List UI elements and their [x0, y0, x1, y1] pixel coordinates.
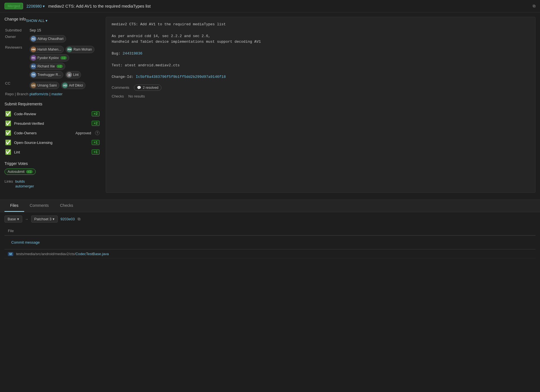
tab-checks[interactable]: Checks [54, 200, 79, 212]
submit-requirements-section: Submit Requirements ✅ Code-Review +2 ✅ P… [4, 102, 100, 157]
commit-message-body: mediav2 CTS: Add AV1 to the required med… [112, 22, 530, 80]
req-item-lint: ✅ Lint +1 [4, 147, 100, 157]
file-name-link-0[interactable]: CodecTestBase.java [75, 252, 109, 256]
submitted-row: Submitted Sep 15 [4, 27, 100, 33]
file-path-prefix-0: tests/media/src/android/mediav2/cts/Code… [16, 252, 109, 256]
cc-avatar-arif: AD [62, 83, 68, 88]
reviewer-chip-treehugger[interactable]: TR Treehugger R... [30, 71, 64, 78]
link-automerger[interactable]: automerger [15, 184, 34, 188]
show-all-button[interactable]: SHOW ALL ▾ [26, 19, 48, 23]
checks-label: Checks [112, 94, 124, 98]
cc-name-arif: Arif Dikici [69, 83, 83, 87]
vote-badge-richard: +2 [57, 65, 63, 68]
resolved-badge[interactable]: 💬 2 resolved [134, 85, 161, 91]
reviewer-chip-fyodor[interactable]: FK Fyodor Kyslov +2 [30, 54, 69, 62]
tab-files[interactable]: Files [4, 200, 24, 212]
req-value-presubmit: +2 [92, 121, 100, 126]
cc-chips: US Umang Saini AD Arif Dikici [29, 80, 100, 91]
cc-chip-arif[interactable]: AD Arif Dikici [61, 82, 86, 89]
check-icon-oss-licensing: ✅ [5, 139, 11, 146]
file-browser: Base ▾ → Patchset 3 ▾ 9203e03 ⧉ File Com… [0, 212, 540, 262]
patchset-dropdown[interactable]: Patchset 3 ▾ [31, 216, 58, 223]
owner-name: Abhay Chaudhari [37, 37, 64, 41]
autosubmit-vote: +1 [26, 170, 33, 173]
reviewer-name-harish: Harish Mahen... [37, 47, 61, 51]
main-content: Change Info SHOW ALL ▾ Submitted Sep 15 … [0, 12, 540, 197]
tab-comments[interactable]: Comments [24, 200, 55, 212]
cc-label: CC [4, 80, 29, 91]
cc-avatar-umang: US [31, 83, 36, 88]
left-panel: Change Info SHOW ALL ▾ Submitted Sep 15 … [4, 17, 100, 193]
reviewer-chip-lint[interactable]: 🤖 Lint [65, 71, 81, 78]
cc-name-umang: Umang Saini [37, 83, 57, 87]
patchset-label: Patchset 3 [34, 217, 51, 221]
vote-badge-fyodor: +2 [60, 56, 67, 60]
trigger-votes-title: Trigger Votes [4, 161, 100, 166]
change-id-commit-link[interactable]: Ic5bf8a4383796f5f9b1ff5dd2b299d97a9146f1… [136, 75, 226, 79]
reviewers-label: Reviewers [4, 44, 29, 80]
submit-requirements-title: Submit Requirements [4, 102, 100, 106]
autosubmit-label: Autosubmit [8, 170, 24, 174]
file-table: File Commit message M tests/media/src/an… [4, 226, 536, 259]
reviewer-name-richard: Richard Xie [37, 64, 55, 68]
check-icon-code-review: ✅ [5, 111, 11, 117]
tabs-bar: Files Comments Checks [0, 200, 540, 212]
reviewer-avatar-ram: RM [67, 47, 72, 52]
branch-link[interactable]: master [51, 92, 63, 96]
help-icon-code-owners[interactable]: ? [95, 131, 100, 135]
change-info-table: Submitted Sep 15 Owner AC Abhay Chaudhar… [4, 27, 100, 97]
base-dropdown[interactable]: Base ▾ [4, 216, 22, 223]
reviewer-chip-richard[interactable]: RX Richard Xie +2 [30, 63, 66, 70]
commit-hash-link[interactable]: 9203e03 [60, 217, 75, 221]
checks-row: Checks No results [112, 94, 530, 98]
reviewer-avatar-fyodor: FK [31, 55, 36, 61]
trigger-votes-section: Trigger Votes Autosubmit +1 [4, 161, 100, 175]
patchset-row: Base ▾ → Patchset 3 ▾ 9203e03 ⧉ [4, 216, 536, 223]
req-value-lint: +1 [92, 149, 100, 155]
bug-link[interactable]: 244319836 [123, 51, 142, 56]
repo-branch-separator: | [50, 92, 51, 96]
owner-label: Owner [4, 33, 29, 44]
req-item-code-review: ✅ Code-Review +2 [4, 109, 100, 119]
repo-link[interactable]: platform/cts [30, 92, 48, 96]
change-id-link[interactable]: 2206980 ▾ [26, 4, 45, 8]
req-item-oss-licensing: ✅ Open-Source-Licensing +1 [4, 138, 100, 147]
req-value-code-review: +2 [92, 111, 100, 116]
repo-branch-value: platform/cts | master [29, 91, 100, 97]
autosubmit-chip: Autosubmit +1 [4, 169, 36, 175]
reviewer-avatar-harish: HM [31, 47, 36, 52]
reviewer-name-ram: Ram Mohan [73, 47, 92, 51]
checks-value: No results [128, 94, 145, 98]
link-builds[interactable]: builds [15, 179, 34, 183]
cc-row: CC US Umang Saini AD Arif Dikici [4, 80, 100, 91]
cc-chip-umang[interactable]: US Umang Saini [30, 82, 59, 89]
file-row-0[interactable]: M tests/media/src/android/mediav2/cts/Co… [4, 250, 536, 259]
owner-row: Owner AC Abhay Chaudhari [4, 33, 100, 44]
change-info-section: Change Info SHOW ALL ▾ Submitted Sep 15 … [4, 17, 100, 97]
commit-message-link[interactable]: Commit message [8, 238, 43, 247]
owner-chip[interactable]: AC Abhay Chaudhari [30, 35, 66, 42]
reviewer-name-lint: Lint [73, 73, 78, 77]
check-icon-presubmit: ✅ [5, 120, 11, 126]
check-icon-code-owners: ✅ [5, 130, 11, 136]
reviewer-avatar-treehugger: TR [31, 72, 36, 78]
submitted-label: Submitted [4, 27, 29, 33]
reviewer-avatar-lint: 🤖 [66, 72, 72, 78]
change-info-title: Change Info [4, 17, 26, 21]
owner-value: AC Abhay Chaudhari [29, 33, 100, 44]
copy-commit-hash-icon[interactable]: ⧉ [78, 217, 80, 221]
req-item-presubmit: ✅ Presubmit-Verified +2 [4, 119, 100, 128]
reviewer-chip-ram[interactable]: RM Ram Mohan [66, 46, 94, 53]
reviewers-row: Reviewers HM Harish Mahen... RM Ram Moha… [4, 44, 100, 80]
reviewer-chip-harish[interactable]: HM Harish Mahen... [30, 46, 64, 53]
comment-icon: 💬 [137, 86, 141, 90]
links-stack: builds automerger [15, 179, 34, 188]
reviewers-chips: HM Harish Mahen... RM Ram Mohan FK Fyodo… [29, 44, 100, 80]
top-bar: Merged 2206980 ▾ mediav2 CTS: Add AV1 to… [0, 0, 540, 12]
commit-meta: Comments 💬 2 resolved Checks No results [112, 85, 530, 98]
resolved-text: 2 resolved [143, 86, 158, 90]
req-value-oss-licensing: +1 [92, 140, 100, 145]
chevron-down-icon-patchset: ▾ [53, 217, 55, 221]
req-item-code-owners: ✅ Code-Owners Approved ? [4, 128, 100, 138]
copy-icon[interactable]: ⧉ [533, 4, 536, 8]
